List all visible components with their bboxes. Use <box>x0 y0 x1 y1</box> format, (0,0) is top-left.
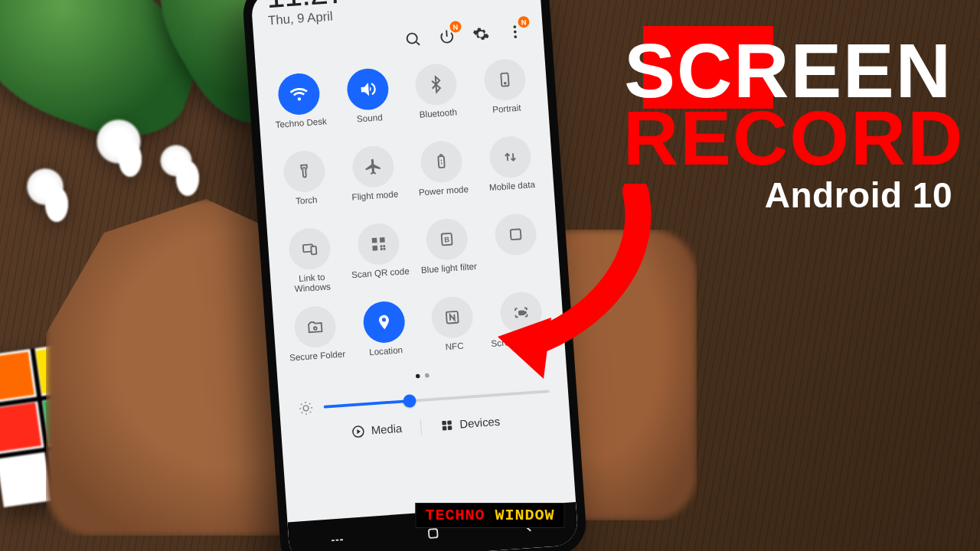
svg-rect-44 <box>429 529 438 538</box>
svg-rect-38 <box>447 420 452 425</box>
qs-tile-secure[interactable]: Secure Folder <box>281 301 351 376</box>
flower-decor <box>23 165 67 209</box>
qs-tile-label: Scan QR code <box>348 266 413 291</box>
headline-block: SCREEN RECORD Android 10 <box>623 37 952 216</box>
qs-tile-wifi[interactable]: Techno Desk <box>265 68 335 143</box>
search-icon[interactable] <box>401 28 424 51</box>
svg-line-33 <box>302 412 302 412</box>
flower-decor <box>157 142 195 180</box>
qs-tile-link-win[interactable]: Link to Windows <box>276 223 346 299</box>
svg-marker-36 <box>357 429 361 434</box>
qs-tile-torch[interactable]: Torch <box>270 145 341 220</box>
mobile-data-icon[interactable] <box>488 135 533 179</box>
page-dot-active <box>415 373 420 378</box>
media-button[interactable]: Media <box>351 421 403 440</box>
qs-tile-label: Sound <box>338 111 403 135</box>
svg-line-34 <box>309 403 310 404</box>
svg-rect-18 <box>381 248 383 250</box>
more-icon[interactable]: N <box>504 21 527 44</box>
wifi-icon[interactable] <box>277 72 322 116</box>
channel-watermark: TECHNO WINDOW <box>415 503 564 528</box>
svg-rect-8 <box>439 156 445 168</box>
svg-rect-14 <box>372 246 377 251</box>
svg-text:B: B <box>444 236 450 243</box>
qs-tile-power-mode[interactable]: Power mode <box>407 136 478 211</box>
secure-icon[interactable] <box>293 305 338 349</box>
svg-rect-13 <box>380 237 385 243</box>
flower-decor <box>92 115 145 168</box>
svg-line-1 <box>416 42 420 45</box>
nfc-icon[interactable] <box>430 295 475 340</box>
location-icon[interactable] <box>362 300 407 344</box>
headline-line2: RECORD <box>623 95 964 181</box>
qs-tile-label: Techno Desk <box>269 116 334 141</box>
qs-tile-mobile-data[interactable]: Mobile data <box>475 132 546 207</box>
qs-tile-screenrec[interactable]: Screen recorder <box>486 287 557 362</box>
qs-tile-label: Screen recorder <box>491 334 556 359</box>
qs-tile-bluetooth[interactable]: Bluetooth <box>402 59 472 134</box>
qs-tile-sound[interactable]: Sound <box>333 64 403 139</box>
hidden1-icon[interactable] <box>494 213 538 257</box>
qs-tile-label: Location <box>354 344 419 368</box>
bluetooth-icon[interactable] <box>414 63 459 107</box>
qs-tile-label: Power mode <box>411 184 476 208</box>
qs-tile-label: Portrait <box>475 102 540 126</box>
qs-tile-label: Blue light filter <box>416 261 482 285</box>
notification-badge: N <box>449 21 462 33</box>
qs-tile-portrait[interactable]: Portrait <box>470 54 541 129</box>
svg-point-25 <box>524 311 525 313</box>
svg-rect-37 <box>442 421 446 425</box>
svg-point-6 <box>505 83 506 84</box>
slider-thumb[interactable] <box>403 394 416 408</box>
svg-line-31 <box>301 403 302 404</box>
quick-settings-grid: Techno DeskSoundBluetoothPortraitTorchFl… <box>256 45 566 377</box>
power-mode-icon[interactable] <box>420 140 464 184</box>
svg-point-26 <box>303 406 309 411</box>
chevron-down-icon[interactable] <box>533 360 548 376</box>
svg-point-22 <box>314 327 317 330</box>
svg-rect-40 <box>447 425 452 430</box>
qs-tile-bluelight[interactable]: BBlue light filter <box>413 214 483 289</box>
svg-rect-12 <box>371 238 377 243</box>
watermark-part-b: WINDOW <box>495 507 555 524</box>
flight-icon[interactable] <box>351 145 395 189</box>
svg-rect-24 <box>519 311 524 315</box>
gear-icon[interactable] <box>469 23 492 46</box>
sound-icon[interactable] <box>345 67 390 112</box>
svg-rect-16 <box>383 248 385 250</box>
qs-tile-nfc[interactable]: NFC <box>418 292 488 367</box>
link-win-icon[interactable] <box>288 227 332 271</box>
svg-rect-15 <box>380 245 382 247</box>
svg-rect-11 <box>311 246 316 255</box>
qr-icon[interactable] <box>357 222 401 266</box>
qs-tile-label: Mobile data <box>480 179 545 204</box>
page-dot <box>424 373 429 377</box>
svg-point-2 <box>513 25 516 28</box>
power-icon[interactable]: N <box>436 25 459 48</box>
svg-rect-21 <box>510 229 521 240</box>
qs-tile-location[interactable]: Location <box>349 296 420 371</box>
recents-button[interactable] <box>328 531 346 549</box>
watermark-part-a: TECHNO <box>425 507 495 524</box>
torch-icon[interactable] <box>283 149 327 194</box>
qs-tile-label <box>485 256 550 281</box>
qs-tile-label: Bluetooth <box>406 106 471 131</box>
svg-point-0 <box>407 33 417 44</box>
headline-subtitle: Android 10 <box>623 174 952 216</box>
portrait-icon[interactable] <box>482 57 527 102</box>
notification-badge: N <box>518 16 530 28</box>
media-button-label: Media <box>371 422 403 437</box>
svg-point-3 <box>514 31 517 34</box>
separator <box>420 419 422 435</box>
qs-tile-label: Secure Folder <box>285 349 350 373</box>
qs-tile-flight[interactable]: Flight mode <box>338 141 409 216</box>
brightness-icon <box>298 399 315 416</box>
svg-point-4 <box>514 35 517 38</box>
devices-button[interactable]: Devices <box>439 414 501 434</box>
phone-screen: 11:27 Thu, 9 April N N <box>250 0 579 551</box>
screenrec-icon[interactable] <box>499 290 544 334</box>
qs-tile-hidden1[interactable] <box>481 209 551 285</box>
bluelight-icon[interactable]: B <box>425 217 469 262</box>
qs-tile-qr[interactable]: Scan QR code <box>344 218 414 294</box>
svg-rect-17 <box>383 245 385 247</box>
